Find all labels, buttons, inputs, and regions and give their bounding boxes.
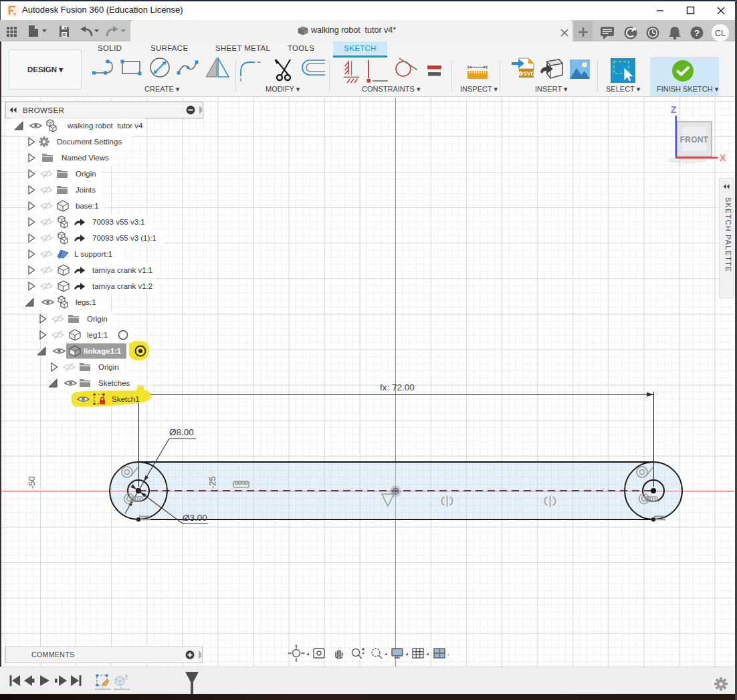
svg-text:leg1:1: leg1:1 [87, 331, 108, 339]
svg-text:Named Views: Named Views [62, 154, 109, 162]
svg-text:-25: -25 [207, 476, 217, 489]
svg-text:CL: CL [715, 29, 726, 38]
svg-text:-50: -50 [27, 476, 37, 489]
svg-text:Origin: Origin [76, 170, 96, 178]
svg-text:legs:1: legs:1 [76, 298, 96, 306]
svg-text:Z: Z [671, 104, 677, 115]
svg-text:SKETCH PALETTE: SKETCH PALETTE [724, 197, 732, 273]
svg-text:Joints: Joints [76, 186, 96, 194]
svg-text:⚙SVG: ⚙SVG [518, 70, 536, 77]
svg-text:X: X [720, 152, 726, 163]
svg-text:70093 v55 v3:1: 70093 v55 v3:1 [92, 218, 145, 226]
svg-text:L support:1: L support:1 [74, 250, 112, 258]
svg-text:tamiya crank v1:1: tamiya crank v1:1 [92, 266, 152, 274]
svg-text:walking robot tutor v4: walking robot tutor v4 [67, 122, 143, 130]
svg-text:fx: 72.00: fx: 72.00 [380, 382, 415, 392]
svg-text:Origin: Origin [87, 315, 108, 323]
svg-text:Sketch1: Sketch1 [112, 395, 140, 403]
svg-text:tamiya crank v1:2: tamiya crank v1:2 [92, 282, 152, 290]
svg-text:70093 v55 v3 (1):1: 70093 v55 v3 (1):1 [92, 234, 156, 242]
svg-text:FRONT: FRONT [680, 135, 709, 144]
svg-text:BROWSER: BROWSER [23, 106, 64, 114]
svg-text:Origin: Origin [98, 363, 119, 371]
svg-text:Document Settings: Document Settings [57, 138, 122, 146]
svg-text:Ø3.00: Ø3.00 [183, 513, 207, 523]
svg-text:COMMENTS: COMMENTS [31, 651, 74, 659]
svg-text:base:1: base:1 [76, 202, 99, 210]
svg-text:linkage1:1: linkage1:1 [84, 347, 122, 355]
svg-text:Sketches: Sketches [98, 379, 130, 387]
svg-text:?: ? [694, 28, 700, 38]
